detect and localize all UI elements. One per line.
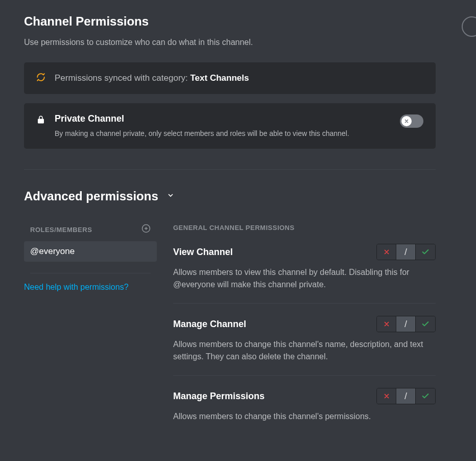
permission-name: Manage Permissions — [173, 391, 265, 402]
permission-allow-button[interactable] — [416, 388, 435, 404]
permission-name: Manage Channel — [173, 319, 246, 330]
permission-neutral-button[interactable]: / — [396, 244, 416, 260]
sync-prefix: Permissions synced with category: — [55, 73, 191, 83]
permission-item: Manage Permissions / Allows members to c… — [173, 388, 436, 435]
private-channel-card: Private Channel By making a channel priv… — [24, 103, 436, 149]
advanced-permissions-header[interactable]: Advanced permissions — [24, 189, 436, 203]
sync-category: Text Channels — [191, 73, 249, 83]
page-title: Channel Permissions — [24, 14, 436, 29]
roles-column: Roles/Members @everyone Need help with p… — [24, 224, 157, 447]
section-divider — [24, 169, 436, 170]
sync-text: Permissions synced with category: Text C… — [55, 73, 249, 83]
advanced-permissions-title: Advanced permissions — [24, 189, 158, 203]
permission-deny-button[interactable] — [377, 388, 396, 404]
close-button[interactable] — [462, 16, 476, 37]
sync-icon — [36, 73, 45, 84]
permission-description: Allows members to change this channel's … — [173, 338, 436, 363]
permission-neutral-button[interactable]: / — [396, 316, 416, 332]
toggle-off-icon — [404, 119, 409, 124]
permissions-help-link[interactable]: Need help with permissions? — [24, 283, 129, 291]
permission-neutral-button[interactable]: / — [396, 388, 416, 404]
permission-allow-button[interactable] — [416, 316, 435, 332]
add-role-button[interactable] — [141, 224, 151, 235]
lock-icon — [36, 114, 45, 127]
permission-item: Manage Channel / Allows members to chang… — [173, 316, 436, 376]
roles-members-label: Roles/Members — [30, 226, 92, 234]
page-subtitle: Use permissions to customize who can do … — [24, 38, 436, 47]
private-channel-toggle[interactable] — [400, 114, 423, 128]
permission-allow-button[interactable] — [416, 244, 435, 260]
sync-banner: Permissions synced with category: Text C… — [24, 62, 436, 94]
permission-item: View Channel / Allows members to view th… — [173, 244, 436, 304]
permission-tristate: / — [376, 388, 436, 404]
private-channel-title: Private Channel — [55, 113, 391, 124]
permission-description: Allows members to change this channel's … — [173, 410, 436, 423]
permission-deny-button[interactable] — [377, 316, 396, 332]
role-item-everyone[interactable]: @everyone — [24, 241, 157, 262]
permission-deny-button[interactable] — [377, 244, 396, 260]
private-channel-description: By making a channel private, only select… — [55, 129, 391, 137]
permission-tristate: / — [376, 316, 436, 332]
permissions-section-header: General Channel Permissions — [173, 224, 436, 232]
permission-name: View Channel — [173, 247, 233, 258]
chevron-down-icon — [166, 191, 175, 201]
permission-description: Allows members to view this channel by d… — [173, 266, 436, 291]
permission-tristate: / — [376, 244, 436, 260]
roles-divider — [30, 273, 151, 273]
permissions-column: General Channel Permissions View Channel… — [173, 224, 436, 447]
